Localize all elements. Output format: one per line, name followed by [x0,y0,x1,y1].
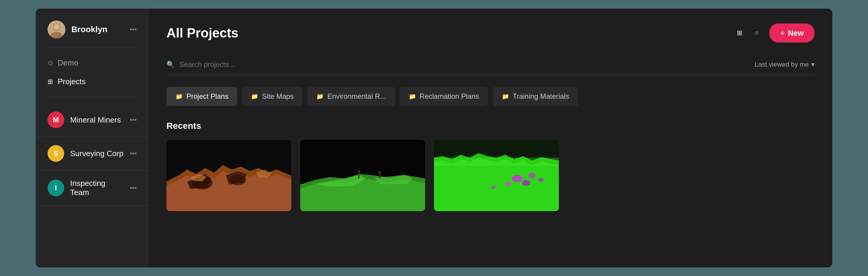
recents-grid [166,140,814,211]
search-bar: 🔍 Last viewed by me ▾ [166,55,814,75]
workspace-avatar-mineral-miners: M [48,112,64,128]
recents-section: Recents [166,121,814,211]
new-button[interactable]: + New [769,24,814,42]
recent-card-2[interactable] [300,140,425,211]
svg-point-27 [522,180,530,186]
card-1-image [166,140,291,211]
tab-project-plans[interactable]: 📁 Project Plans [166,87,237,106]
sort-label: Last viewed by me [755,61,809,68]
workspace-more-surveying-corp[interactable]: ••• [130,150,137,157]
card-3-image [434,140,559,211]
tab-site-maps[interactable]: 📁 Site Maps [242,87,303,106]
recent-card-1[interactable] [166,140,291,211]
svg-point-19 [358,171,360,173]
folder-icon: 📁 [251,93,258,100]
svg-rect-18 [358,173,360,179]
grid-view-button[interactable]: ⊞ [732,26,747,40]
user-name: Brooklyn [71,25,124,34]
card-2-image [300,140,425,211]
search-input[interactable] [179,60,750,69]
sidebar-item-demo[interactable]: ⊙ Demo [36,54,149,72]
sidebar-item-projects-label: Projects [58,77,86,86]
app-window: Brooklyn ••• ⊙ Demo ⊞ Projects M Mineral… [36,9,832,267]
tab-site-maps-label: Site Maps [262,92,294,100]
svg-point-30 [491,186,496,189]
tab-environmental-r[interactable]: 📁 Environmental R... [307,87,395,106]
workspace-initial: I [55,184,57,192]
tab-training-materials[interactable]: 📁 Training Materials [493,87,578,106]
workspace-item-surveying-corp[interactable]: S Surveying Corp ••• [36,137,149,171]
category-tabs: 📁 Project Plans 📁 Site Maps 📁 Environmen… [166,87,814,106]
sidebar-item-demo-label: Demo [58,58,78,67]
svg-point-3 [54,24,59,30]
workspace-more-mineral-miners[interactable]: ••• [130,116,137,124]
grid-icon: ⊞ [48,78,53,86]
grid-view-icon: ⊞ [737,29,742,37]
workspace-avatar-surveying-corp: S [48,145,64,162]
tab-environmental-label: Environmental R... [327,92,386,100]
workspace-more-inspecting-team[interactable]: ••• [130,184,137,192]
avatar-image [48,21,65,38]
sidebar-workspaces: M Mineral Miners ••• S Surveying Corp ••… [36,103,149,206]
recents-title: Recents [166,121,814,131]
svg-point-29 [529,173,536,178]
workspace-initial: M [53,116,59,124]
list-view-button[interactable]: ≡ [750,26,763,40]
user-more-icon[interactable]: ••• [130,26,137,33]
view-toggle: ⊞ ≡ [732,26,763,40]
svg-point-10 [229,175,246,185]
play-icon: ⊙ [48,59,53,67]
folder-icon: 📁 [175,93,183,100]
list-view-icon: ≡ [755,29,758,37]
folder-icon: 📁 [502,93,509,100]
sidebar-divider-middle [48,97,137,97]
new-button-label: New [788,29,804,38]
workspace-avatar-inspecting-team: I [48,180,64,196]
sidebar-user-section: Brooklyn ••• [36,21,149,47]
workspace-item-mineral-miners[interactable]: M Mineral Miners ••• [36,103,149,137]
avatar [48,21,65,38]
folder-icon: 📁 [409,93,416,100]
sidebar: Brooklyn ••• ⊙ Demo ⊞ Projects M Mineral… [36,9,149,267]
svg-rect-25 [434,158,559,166]
workspace-name-surveying-corp: Surveying Corp [70,149,124,158]
folder-icon: 📁 [316,93,324,100]
svg-point-28 [505,182,511,187]
sidebar-item-projects[interactable]: ⊞ Projects [36,72,149,91]
page-title: All Projects [166,26,239,40]
main-content: All Projects ⊞ ≡ + New 🔍 [149,9,832,267]
tab-reclamation-label: Reclamation Plans [420,92,479,100]
sidebar-nav: ⊙ Demo ⊞ Projects [36,48,149,97]
workspace-item-inspecting-team[interactable]: I Inspecting Team ••• [36,171,149,206]
workspace-name-mineral-miners: Mineral Miners [70,115,124,125]
workspace-initial: S [54,149,58,158]
tab-project-plans-label: Project Plans [186,92,228,100]
svg-point-21 [378,171,381,174]
tab-training-label: Training Materials [513,92,569,100]
search-icon: 🔍 [166,61,175,68]
recent-card-3[interactable] [434,140,559,211]
sort-control[interactable]: Last viewed by me ▾ [755,61,814,68]
chevron-down-icon: ▾ [811,61,814,68]
svg-rect-20 [379,173,380,179]
workspace-name-inspecting-team: Inspecting Team [70,179,124,197]
header-actions: ⊞ ≡ + New [732,24,814,42]
page-header: All Projects ⊞ ≡ + New [166,24,814,42]
new-button-plus-icon: + [780,28,785,38]
tab-reclamation-plans[interactable]: 📁 Reclamation Plans [400,87,488,106]
